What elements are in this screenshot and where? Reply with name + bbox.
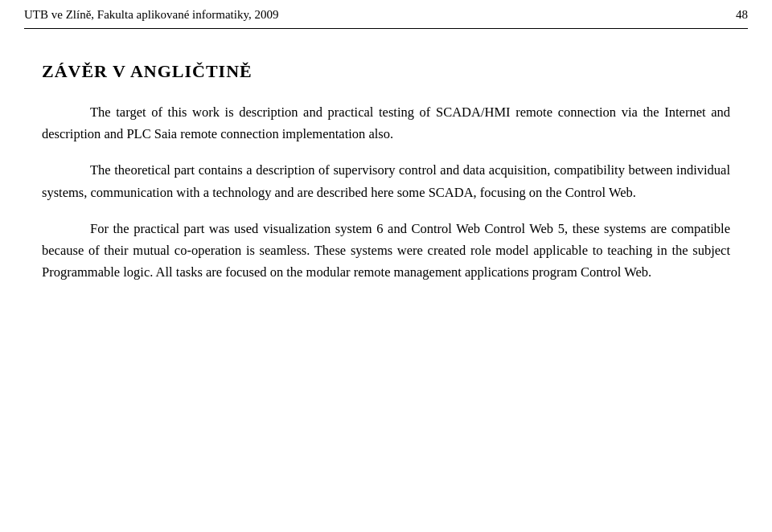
paragraph-1: The target of this work is description a…	[42, 101, 730, 145]
header-title: UTB ve Zlíně, Fakulta aplikované informa…	[24, 8, 278, 22]
page-container: UTB ve Zlíně, Fakulta aplikované informa…	[0, 0, 772, 532]
page-content: ZÁVĚR V ANGLIČTINĚ The target of this wo…	[0, 29, 772, 314]
header-page-number: 48	[736, 8, 748, 22]
section-title: ZÁVĚR V ANGLIČTINĚ	[42, 61, 730, 82]
page-header: UTB ve Zlíně, Fakulta aplikované informa…	[0, 0, 772, 28]
paragraph-3: For the practical part was used visualiz…	[42, 218, 730, 284]
paragraph-2: The theoretical part contains a descript…	[42, 159, 730, 203]
